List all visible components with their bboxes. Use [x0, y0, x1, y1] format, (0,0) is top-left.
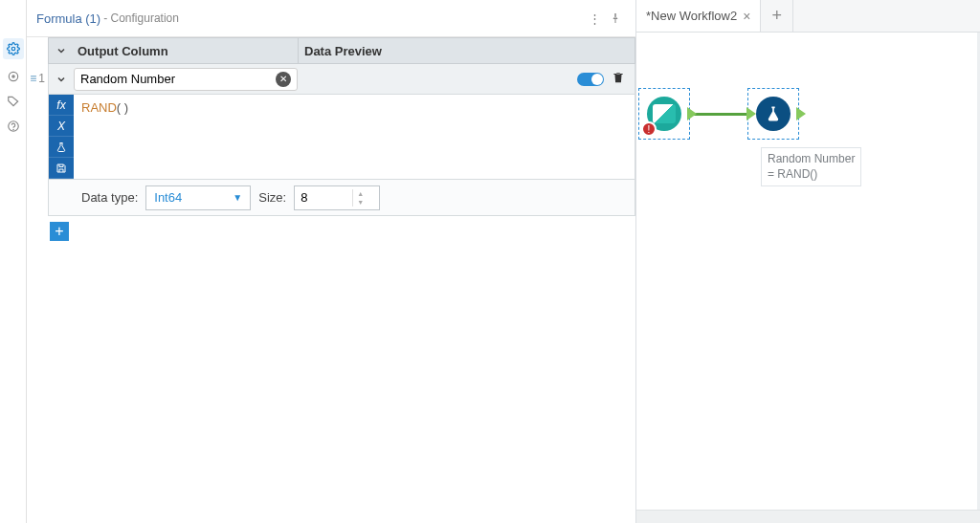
- target-icon[interactable]: [6, 69, 21, 84]
- chevron-down-icon: ▼: [233, 192, 242, 203]
- data-type-label: Data type:: [81, 190, 138, 205]
- size-input-wrap[interactable]: ▲▼: [294, 185, 380, 210]
- data-preview-header: Data Preview: [298, 38, 635, 63]
- clear-input-icon[interactable]: ✕: [276, 72, 291, 87]
- output-column-header: Output Column: [74, 44, 298, 58]
- expression-editor-row: fx X RAND( ): [48, 95, 635, 180]
- workflow-tab-label: *New Workflow2: [646, 9, 737, 23]
- left-icon-rail: [0, 0, 27, 523]
- gear-icon[interactable]: [3, 38, 24, 59]
- data-type-select[interactable]: Int64 ▼: [145, 185, 251, 210]
- svg-point-2: [11, 76, 13, 77]
- flask-button[interactable]: [49, 137, 74, 158]
- svg-point-0: [11, 47, 15, 51]
- save-button[interactable]: [49, 158, 74, 179]
- configuration-panel: Formula (1) - Configuration ⋮ ≡ 1 Output…: [27, 0, 635, 523]
- size-spinner[interactable]: ▲▼: [352, 189, 368, 207]
- workflow-tab[interactable]: *New Workflow2 ×: [636, 0, 761, 32]
- panel-subtitle: - Configuration: [103, 11, 179, 25]
- collapse-all-icon[interactable]: [49, 45, 74, 56]
- size-label: Size:: [258, 190, 286, 205]
- output-column-field[interactable]: ✕: [74, 68, 298, 91]
- expression-editor[interactable]: RAND( ): [74, 95, 635, 179]
- connection-line[interactable]: [690, 113, 747, 116]
- new-tab-button[interactable]: +: [761, 0, 793, 32]
- delete-row-icon[interactable]: [612, 71, 625, 87]
- node-output-port[interactable]: [796, 107, 806, 120]
- editor-toolbar: fx X: [49, 95, 74, 179]
- node-input-port[interactable]: [746, 107, 756, 120]
- row-gutter: ≡ 1: [27, 37, 48, 247]
- expression-args: ( ): [117, 100, 128, 115]
- pin-icon[interactable]: [605, 8, 626, 29]
- expression-function: RAND: [81, 100, 117, 115]
- row-collapse-icon[interactable]: [49, 74, 74, 85]
- data-type-value: Int64: [154, 190, 182, 205]
- panel-header: Formula (1) - Configuration ⋮: [27, 0, 635, 37]
- type-size-row: Data type: Int64 ▼ Size: ▲▼: [48, 180, 635, 216]
- fx-button[interactable]: fx: [49, 95, 74, 116]
- output-column-input[interactable]: [80, 72, 276, 86]
- preview-toggle[interactable]: [577, 73, 604, 86]
- tag-icon[interactable]: [6, 94, 21, 109]
- workflow-canvas[interactable]: ! Random Number = RAND(): [636, 33, 980, 523]
- add-formula-button[interactable]: +: [50, 222, 69, 241]
- size-input[interactable]: [295, 190, 352, 205]
- input-node[interactable]: !: [638, 88, 690, 140]
- variable-button[interactable]: X: [49, 116, 74, 137]
- node-output-port[interactable]: [687, 107, 697, 120]
- formula-row: ✕: [48, 64, 635, 95]
- close-tab-icon[interactable]: ×: [743, 9, 750, 24]
- node-annotation[interactable]: Random Number = RAND(): [761, 147, 861, 186]
- svg-point-4: [12, 129, 13, 130]
- workflow-tab-bar: *New Workflow2 × +: [636, 0, 980, 33]
- row-number: 1: [38, 72, 45, 85]
- error-badge-icon: !: [641, 121, 657, 137]
- canvas-panel: *New Workflow2 × + !: [635, 0, 980, 523]
- panel-title: Formula (1): [36, 11, 100, 26]
- more-icon[interactable]: ⋮: [584, 8, 605, 29]
- columns-header: Output Column Data Preview: [48, 37, 635, 64]
- row-handle-icon[interactable]: ≡: [30, 72, 36, 85]
- formula-node[interactable]: [747, 88, 799, 140]
- help-icon[interactable]: [6, 119, 21, 134]
